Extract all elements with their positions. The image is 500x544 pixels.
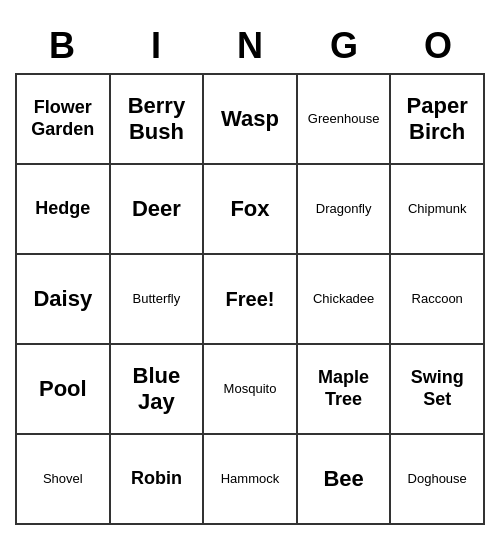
cell-r4-c2: Hammock	[204, 435, 298, 525]
cell-text: Doghouse	[408, 471, 467, 487]
cell-r0-c4: PaperBirch	[391, 75, 485, 165]
cell-text: Mosquito	[224, 381, 277, 397]
cell-r3-c1: BlueJay	[111, 345, 205, 435]
bingo-card: BINGO FlowerGardenBerryBushWaspGreenhous…	[15, 19, 485, 525]
header-letter-b: B	[15, 19, 109, 73]
cell-text: Chipmunk	[408, 201, 467, 217]
cell-text: Hedge	[35, 198, 90, 220]
cell-r2-c2: Free!	[204, 255, 298, 345]
bingo-header: BINGO	[15, 19, 485, 73]
cell-text: Greenhouse	[308, 111, 380, 127]
cell-text: Daisy	[33, 286, 92, 312]
cell-text: Deer	[132, 196, 181, 222]
cell-r2-c3: Chickadee	[298, 255, 392, 345]
cell-r4-c1: Robin	[111, 435, 205, 525]
cell-text: Robin	[131, 468, 182, 490]
cell-r0-c1: BerryBush	[111, 75, 205, 165]
cell-text: MapleTree	[318, 367, 369, 410]
cell-text: BerryBush	[128, 93, 185, 146]
cell-r3-c4: SwingSet	[391, 345, 485, 435]
cell-r0-c0: FlowerGarden	[17, 75, 111, 165]
cell-r2-c4: Raccoon	[391, 255, 485, 345]
header-letter-i: I	[109, 19, 203, 73]
cell-r4-c4: Doghouse	[391, 435, 485, 525]
cell-r2-c0: Daisy	[17, 255, 111, 345]
cell-r2-c1: Butterfly	[111, 255, 205, 345]
cell-text: FlowerGarden	[31, 97, 94, 140]
cell-text: Dragonfly	[316, 201, 372, 217]
cell-r3-c2: Mosquito	[204, 345, 298, 435]
header-letter-o: O	[391, 19, 485, 73]
cell-r0-c2: Wasp	[204, 75, 298, 165]
cell-text: Hammock	[221, 471, 280, 487]
cell-text: Raccoon	[412, 291, 463, 307]
cell-r0-c3: Greenhouse	[298, 75, 392, 165]
cell-text: Butterfly	[133, 291, 181, 307]
cell-text: Wasp	[221, 106, 279, 132]
cell-text: Free!	[226, 287, 275, 311]
bingo-grid: FlowerGardenBerryBushWaspGreenhousePaper…	[15, 73, 485, 525]
cell-r1-c4: Chipmunk	[391, 165, 485, 255]
cell-r1-c0: Hedge	[17, 165, 111, 255]
cell-text: SwingSet	[411, 367, 464, 410]
cell-r4-c3: Bee	[298, 435, 392, 525]
cell-text: Pool	[39, 376, 87, 402]
cell-r3-c3: MapleTree	[298, 345, 392, 435]
cell-text: Shovel	[43, 471, 83, 487]
header-letter-n: N	[203, 19, 297, 73]
cell-r3-c0: Pool	[17, 345, 111, 435]
cell-r1-c2: Fox	[204, 165, 298, 255]
cell-r4-c0: Shovel	[17, 435, 111, 525]
cell-text: Chickadee	[313, 291, 374, 307]
cell-text: BlueJay	[133, 363, 181, 416]
cell-text: PaperBirch	[407, 93, 468, 146]
cell-text: Fox	[230, 196, 269, 222]
cell-r1-c3: Dragonfly	[298, 165, 392, 255]
cell-r1-c1: Deer	[111, 165, 205, 255]
cell-text: Bee	[323, 466, 363, 492]
header-letter-g: G	[297, 19, 391, 73]
